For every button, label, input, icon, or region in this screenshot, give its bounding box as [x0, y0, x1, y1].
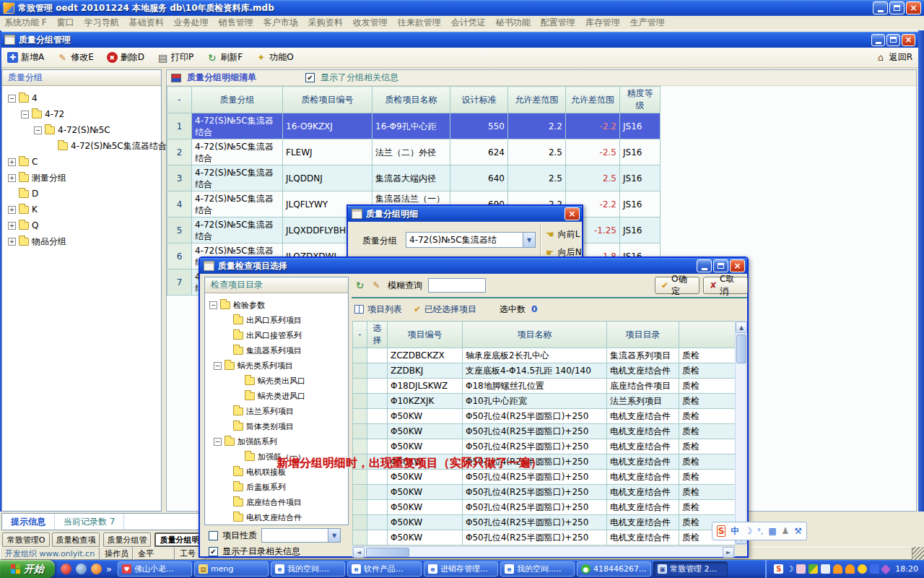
tree-node-items[interactable]: 物品分组 — [4, 233, 160, 249]
cell-type[interactable]: 质检 — [679, 470, 736, 485]
menu-system[interactable]: 系统功能 F — [4, 17, 47, 29]
select-dialog-close-button[interactable]: × — [730, 259, 745, 272]
prev-button[interactable]: ☚向前L — [546, 228, 580, 241]
menu-voucher[interactable]: 会计凭证 — [451, 17, 486, 29]
cell-dir[interactable]: 电机支座结合件 — [607, 515, 679, 530]
cell-grade[interactable]: JS16 — [620, 139, 661, 165]
main-window-titlebar[interactable]: 常致管理 oedt 20101224 本地服务 db\10年质检资料库.mdb … — [0, 0, 924, 16]
main-restore-button[interactable] — [889, 1, 905, 14]
item-row[interactable]: Φ50KWΦ50孔位4(R25半圆豁口)+250电机支座结合件质检 — [353, 424, 736, 439]
column-header[interactable]: 允许差范围 — [566, 87, 620, 113]
group-window-titlebar[interactable]: 质量分组管理 × — [1, 32, 918, 48]
user-icon[interactable]: ♟ — [781, 526, 789, 536]
tray-qq-contact2-icon[interactable] — [845, 564, 855, 574]
tray-coin-icon[interactable] — [858, 564, 867, 574]
detail-dialog-titlebar[interactable]: 质量分组明细 × — [348, 206, 582, 222]
cell-tol-upper[interactable]: 2.5 — [508, 165, 566, 191]
cell-select[interactable] — [367, 363, 388, 379]
column-header[interactable]: 质检项目编号 — [283, 87, 372, 113]
cell-name[interactable]: Φ50孔位4(R25半圆豁口)+250 — [463, 530, 607, 545]
cell-name[interactable]: Φ50孔位4(R25半圆豁口)+250 — [463, 500, 607, 515]
tree-node[interactable]: 蜗壳类系列项目 — [206, 358, 346, 374]
tree-node-4-72s[interactable]: 4-72(S)№5C — [4, 122, 160, 138]
menu-customer[interactable]: 客户市场 — [263, 17, 298, 29]
pencil-icon[interactable]: ✎ — [371, 280, 382, 291]
cell-code[interactable]: Φ50KW — [388, 470, 463, 485]
cell-select[interactable] — [367, 439, 388, 454]
ql-browser-icon[interactable] — [91, 564, 102, 574]
cell-code[interactable]: JLQDDNJ — [283, 165, 372, 191]
tray-network-icon[interactable] — [870, 564, 879, 574]
cell-name[interactable]: Φ50孔位4(R25半圆豁口)+250 — [463, 439, 607, 454]
cell-grade[interactable]: JS16 — [620, 113, 661, 139]
item-row[interactable]: Φ50KWΦ50孔位4(R25半圆豁口)+250电机支座结合件质检 — [353, 515, 736, 530]
cell-rownum[interactable]: 6 — [167, 243, 192, 269]
cell-standard[interactable]: 624 — [450, 139, 508, 165]
menu-secretary[interactable]: 秘书功能 — [496, 17, 531, 29]
select-dialog-minimize-button[interactable] — [697, 259, 712, 272]
scroll-left-icon[interactable]: ◄ — [353, 547, 365, 558]
chevron-down-icon[interactable] — [328, 529, 340, 542]
cell-dir[interactable]: 电机支座结合件 — [607, 424, 679, 439]
cell-name[interactable]: 支座底板4-Φ14.5孔距 140/140 — [463, 363, 607, 379]
start-button[interactable]: 开始 — [0, 560, 55, 578]
cell-code[interactable]: ZCZDBCKZX — [388, 348, 463, 363]
chinese-mode-icon[interactable]: 中 — [731, 525, 739, 538]
add-button[interactable]: ✚新增A — [7, 51, 44, 64]
show-related-checkbox[interactable] — [305, 73, 315, 82]
tree-node[interactable]: 电机支座结合件 — [206, 510, 346, 525]
cell-code[interactable]: Φ10KZXJK — [388, 394, 463, 409]
group-maximize-button[interactable] — [886, 34, 900, 46]
back-button[interactable]: ⌂返回R — [876, 51, 912, 64]
column-header[interactable] — [679, 322, 736, 348]
tray-moon-icon[interactable]: ☽ — [786, 564, 793, 574]
cell-dir[interactable]: 集流器系列项目 — [607, 348, 679, 363]
subdir-checkbox[interactable] — [209, 547, 218, 556]
function-button[interactable]: ✦功能O — [256, 51, 293, 64]
tree-toggle-icon[interactable] — [8, 158, 16, 166]
item-row[interactable]: Φ18DJLSKWZΦ18地脚螺丝孔位置底座结合件项目质检 — [353, 379, 736, 394]
cell-dir[interactable]: 电机支座结合件 — [607, 363, 679, 379]
column-header[interactable]: - — [167, 87, 192, 113]
cell-tol-upper[interactable]: 2.5 — [508, 139, 566, 165]
fullwidth-moon-icon[interactable]: ☽ — [744, 526, 752, 536]
select-dialog-titlebar[interactable]: 质量检查项目选择 × — [200, 258, 747, 274]
cell-code[interactable]: Φ18DJLSKWZ — [388, 379, 463, 394]
tree-toggle-icon[interactable] — [8, 174, 16, 182]
tree-node-q[interactable]: Q — [4, 217, 160, 233]
menu-purchase[interactable]: 采购资料 — [308, 17, 343, 29]
cell-rownum[interactable]: 1 — [167, 113, 192, 139]
cell-type[interactable]: 质检 — [679, 485, 736, 500]
bottom-tab-detail[interactable]: 质量分组明 — [154, 532, 205, 547]
cell-standard[interactable]: 640 — [450, 165, 508, 191]
cell-select[interactable] — [367, 515, 388, 530]
item-row[interactable]: Φ50KWΦ50孔位4(R25半圆豁口)+250电机支座结合件质检 — [353, 500, 736, 515]
tree-toggle-icon[interactable] — [8, 238, 16, 246]
cell-type[interactable]: 质检 — [679, 363, 736, 379]
menu-accounts[interactable]: 往来款管理 — [398, 17, 441, 29]
tree-node-jlq-leaf[interactable]: 4-72(S)№5C集流器结合 — [4, 138, 160, 154]
group-combobox[interactable]: 4-72(S)№5C集流器结 — [406, 232, 536, 248]
cell-select[interactable] — [367, 470, 388, 485]
menu-receive-send[interactable]: 收发管理 — [353, 17, 388, 29]
item-row[interactable]: Φ50KWΦ50孔位4(R25半圆豁口)+250电机支座结合件质检 — [353, 530, 736, 545]
menu-sales[interactable]: 销售管理 — [219, 17, 253, 29]
cell-name[interactable]: 法兰（二）外径 — [372, 139, 450, 165]
cell-select[interactable] — [367, 530, 388, 545]
refresh-button[interactable]: ↻刷新F — [206, 51, 243, 64]
cell-name[interactable]: 16-Φ9孔中心距 — [372, 113, 450, 139]
ql-messenger-icon[interactable] — [61, 564, 71, 574]
tree-node-4-72[interactable]: 4-72 — [4, 106, 160, 122]
column-header[interactable]: 质量分组 — [192, 87, 283, 113]
cell-name[interactable]: 集流器大端内径 — [372, 165, 450, 191]
column-header[interactable]: 允许差范围 — [508, 87, 566, 113]
column-header[interactable]: 精度等级 — [620, 87, 661, 113]
cell-rownum[interactable]: 2 — [167, 139, 192, 165]
tree-toggle-icon[interactable] — [214, 438, 222, 446]
taskbar-item-ie-2[interactable]: e软件产品... — [347, 561, 422, 577]
bottom-tab-main[interactable]: 常致管理O — [2, 532, 50, 547]
item-row[interactable]: Φ50KWΦ50孔位4(R25半圆豁口)+250电机支座结合件质检 — [353, 470, 736, 485]
tree-node[interactable]: 出风口接管系列 — [206, 328, 346, 343]
cell-name[interactable]: Φ50孔位4(R25半圆豁口)+250 — [463, 485, 607, 500]
tree-node[interactable]: 蜗壳类进风口 — [206, 389, 346, 404]
